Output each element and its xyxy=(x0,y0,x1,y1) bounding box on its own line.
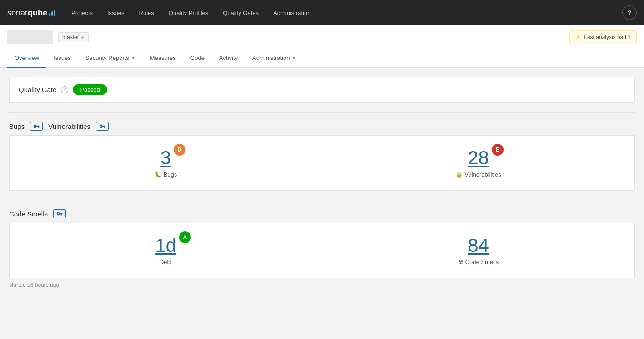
logo-text: sonarqube xyxy=(7,8,47,18)
bugs-metric-cell[interactable]: 3 D 🐛 Bugs xyxy=(10,136,322,190)
tab-security-reports[interactable]: Security Reports ▼ xyxy=(78,49,143,68)
bugs-vulnerabilities-header: Bugs Vulnerabilities xyxy=(9,122,635,131)
nav-issues[interactable]: Issues xyxy=(102,0,130,25)
code-smells-card: 1d A Debt 84 ☢ Code Smells xyxy=(9,223,635,278)
code-smells-value: 84 xyxy=(468,236,489,255)
code-smells-key-icon[interactable] xyxy=(53,209,66,218)
divider-2 xyxy=(9,200,635,200)
debt-metric-cell[interactable]: 1d A Debt xyxy=(10,223,322,278)
tab-administration[interactable]: Administration ▼ xyxy=(245,49,303,68)
last-analysis-banner: ⚠ Last analysis had 1 xyxy=(569,30,637,44)
quality-gate-status-badge: Passed xyxy=(73,84,107,95)
bugs-vulnerabilities-card: 3 D 🐛 Bugs 28 E 🔒 Vulnerabilities xyxy=(9,135,635,191)
tab-activity[interactable]: Activity xyxy=(212,49,245,68)
help-button[interactable]: ? xyxy=(622,5,637,20)
tab-issues[interactable]: Issues xyxy=(46,49,78,68)
code-smells-icon: ☢ xyxy=(458,259,464,265)
logo-waves-icon xyxy=(49,10,55,16)
lock-icon: 🔒 xyxy=(455,171,463,178)
security-reports-dropdown-icon: ▼ xyxy=(131,55,135,60)
code-smells-count-cell[interactable]: 84 ☢ Code Smells xyxy=(322,223,634,278)
sub-header: master + ⚠ Last analysis had 1 xyxy=(0,25,644,49)
vulnerabilities-key-icon[interactable] xyxy=(96,122,109,131)
branch-selector[interactable]: master + xyxy=(58,32,89,42)
nav-administration[interactable]: Administration xyxy=(268,0,316,25)
vulnerabilities-rating-badge: E xyxy=(492,144,504,156)
started-text: started 16 hours ago xyxy=(9,278,635,290)
quality-gate-help-button[interactable]: ? xyxy=(61,86,68,93)
bugs-label: 🐛 Bugs xyxy=(155,171,177,178)
bugs-rating-badge: D xyxy=(174,144,185,156)
debt-value: 1d xyxy=(155,235,176,256)
quality-gate-label: Quality Gate xyxy=(19,86,56,93)
add-branch-button[interactable]: + xyxy=(81,34,85,41)
code-smells-metric-label: ☢ Code Smells xyxy=(458,259,499,265)
code-smells-title: Code Smells xyxy=(9,210,48,218)
tab-measures[interactable]: Measures xyxy=(143,49,183,68)
debt-rating-badge: A xyxy=(179,231,191,243)
project-logo xyxy=(7,30,53,44)
bugs-key-icon[interactable] xyxy=(30,122,43,131)
administration-dropdown-icon: ▼ xyxy=(291,55,296,60)
main-content: Quality Gate ? Passed Bugs Vulnerabiliti… xyxy=(0,68,644,334)
bugs-vulnerabilities-section: Bugs Vulnerabilities 3 D � xyxy=(9,122,635,191)
tab-code[interactable]: Code xyxy=(183,49,212,68)
tab-overview[interactable]: Overview xyxy=(7,49,46,68)
vulnerabilities-metric-cell[interactable]: 28 E 🔒 Vulnerabilities xyxy=(322,136,634,190)
vulnerabilities-value: 28 xyxy=(468,147,489,168)
bugs-value: 3 xyxy=(160,147,171,168)
bug-icon: 🐛 xyxy=(155,171,162,178)
bugs-title: Bugs xyxy=(9,123,25,130)
vulnerabilities-label: 🔒 Vulnerabilities xyxy=(455,171,501,178)
code-smells-section: Code Smells 1d A Debt 84 xyxy=(9,209,635,290)
branch-name: master xyxy=(62,34,79,40)
quality-gate-section: Quality Gate ? Passed xyxy=(9,77,635,103)
logo[interactable]: sonarqube xyxy=(7,8,55,18)
last-analysis-text: Last analysis had 1 xyxy=(584,34,631,40)
code-smells-header: Code Smells xyxy=(9,209,635,218)
top-navigation: sonarqube Projects Issues Rules Quality … xyxy=(0,0,644,25)
nav-projects[interactable]: Projects xyxy=(66,0,98,25)
warning-icon: ⚠ xyxy=(575,34,581,41)
vulnerabilities-title: Vulnerabilities xyxy=(48,123,90,130)
quality-gate-header: Quality Gate ? Passed xyxy=(10,77,634,103)
debt-label: Debt xyxy=(160,259,172,265)
nav-rules[interactable]: Rules xyxy=(134,0,160,25)
nav-quality-profiles[interactable]: Quality Profiles xyxy=(163,0,214,25)
tab-navigation: Overview Issues Security Reports ▼ Measu… xyxy=(0,49,644,68)
divider-1 xyxy=(9,112,635,113)
nav-quality-gates[interactable]: Quality Gates xyxy=(217,0,264,25)
